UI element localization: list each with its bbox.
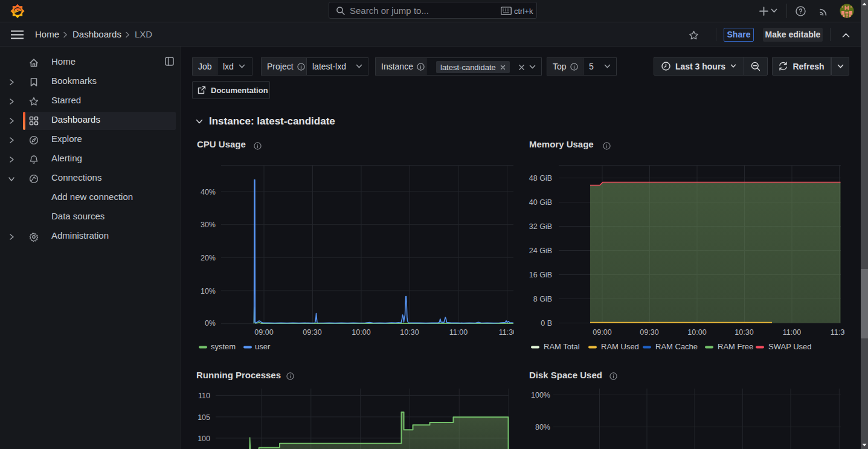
svg-text:40%: 40% [201, 188, 216, 196]
svg-text:8 GiB: 8 GiB [533, 295, 552, 303]
svg-text:RAM Total: RAM Total [544, 342, 580, 351]
svg-text:11:00: 11:00 [783, 328, 801, 337]
svg-text:11:30: 11:30 [831, 328, 849, 337]
svg-text:30%: 30% [201, 221, 216, 229]
svg-text:SWAP Used: SWAP Used [768, 342, 812, 351]
svg-text:09:30: 09:30 [640, 328, 658, 337]
svg-text:system: system [211, 342, 236, 351]
svg-text:10:30: 10:30 [735, 328, 753, 337]
svg-text:user: user [255, 342, 271, 351]
svg-text:RAM Used: RAM Used [601, 342, 639, 351]
svg-text:10:00: 10:00 [352, 328, 370, 337]
svg-text:09:30: 09:30 [303, 328, 321, 337]
svg-text:11:30: 11:30 [499, 328, 517, 337]
svg-text:16 GiB: 16 GiB [529, 271, 552, 279]
svg-text:11:00: 11:00 [449, 328, 468, 337]
svg-text:10:00: 10:00 [687, 328, 706, 337]
svg-text:10:30: 10:30 [400, 328, 419, 337]
svg-text:09:00: 09:00 [254, 328, 273, 337]
svg-text:48 GiB: 48 GiB [529, 174, 552, 183]
svg-text:24 GiB: 24 GiB [529, 247, 552, 255]
svg-text:105: 105 [198, 413, 210, 422]
svg-text:100%: 100% [531, 391, 550, 399]
svg-text:100: 100 [198, 434, 210, 443]
svg-text:0 B: 0 B [541, 319, 552, 328]
svg-text:32 GiB: 32 GiB [529, 222, 552, 231]
svg-text:80%: 80% [535, 423, 550, 431]
svg-text:09:00: 09:00 [593, 328, 611, 337]
svg-text:10%: 10% [201, 287, 216, 296]
svg-text:0%: 0% [205, 319, 216, 328]
svg-text:RAM Free: RAM Free [718, 342, 753, 351]
svg-text:40 GiB: 40 GiB [529, 198, 552, 207]
svg-text:RAM Cache: RAM Cache [655, 342, 698, 351]
svg-text:110: 110 [198, 392, 210, 400]
svg-text:20%: 20% [201, 254, 216, 262]
